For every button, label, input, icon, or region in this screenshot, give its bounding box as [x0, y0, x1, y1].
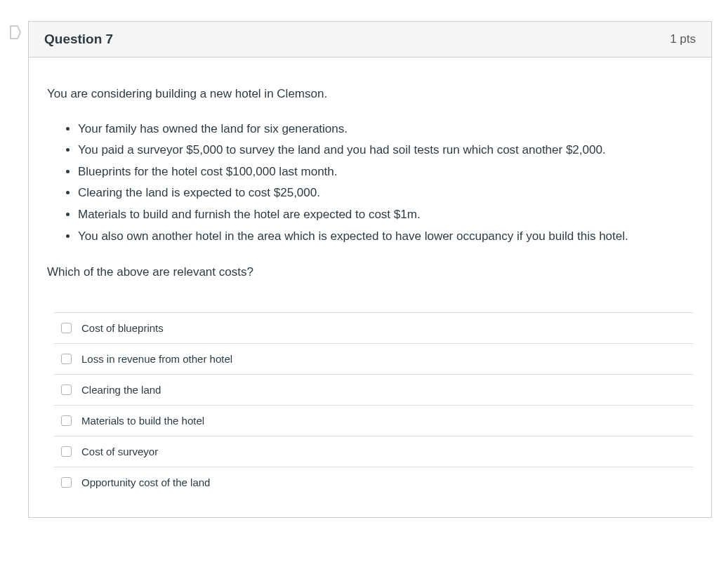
- answer-option[interactable]: Materials to build the hotel: [54, 405, 693, 436]
- answer-option[interactable]: Clearing the land: [54, 374, 693, 405]
- checkbox-icon[interactable]: [61, 354, 72, 364]
- checkbox-icon[interactable]: [61, 415, 72, 426]
- answer-label: Opportunity cost of the land: [81, 476, 210, 488]
- checkbox-icon[interactable]: [61, 323, 72, 333]
- answer-option[interactable]: Opportunity cost of the land: [54, 467, 693, 497]
- answer-option[interactable]: Cost of surveyor: [54, 436, 693, 467]
- checkbox-icon[interactable]: [61, 477, 72, 488]
- fact-item: Materials to build and furnish the hotel…: [78, 204, 693, 226]
- answer-option[interactable]: Loss in revenue from other hotel: [54, 343, 693, 374]
- question-wrapper: Question 7 1 pts You are considering bui…: [7, 21, 712, 518]
- answer-label: Cost of surveyor: [81, 446, 158, 457]
- checkbox-icon[interactable]: [61, 385, 72, 395]
- question-prompt: Which of the above are relevant costs?: [47, 264, 693, 281]
- question-card: Question 7 1 pts You are considering bui…: [28, 21, 712, 518]
- fact-item: You also own another hotel in the area w…: [78, 226, 693, 248]
- fact-item: Blueprints for the hotel cost $100,000 l…: [78, 161, 693, 183]
- facts-list: Your family has owned the land for six g…: [47, 119, 693, 248]
- question-body: You are considering building a new hotel…: [29, 58, 711, 517]
- question-intro: You are considering building a new hotel…: [47, 86, 693, 103]
- answer-label: Loss in revenue from other hotel: [81, 353, 232, 365]
- answer-label: Clearing the land: [81, 384, 161, 396]
- answer-option[interactable]: Cost of blueprints: [54, 312, 693, 343]
- fact-item: Clearing the land is expected to cost $2…: [78, 182, 693, 204]
- fact-item: Your family has owned the land for six g…: [78, 119, 693, 140]
- checkbox-icon[interactable]: [61, 446, 72, 457]
- question-points: 1 pts: [670, 32, 696, 46]
- answer-label: Materials to build the hotel: [81, 415, 204, 427]
- fact-item: You paid a surveyor $5,000 to survey the…: [78, 140, 693, 161]
- bookmark-icon[interactable]: [7, 24, 24, 41]
- answers-container: Cost of blueprints Loss in revenue from …: [54, 312, 693, 497]
- question-title: Question 7: [44, 32, 113, 47]
- answer-label: Cost of blueprints: [81, 322, 164, 334]
- question-header: Question 7 1 pts: [29, 22, 711, 58]
